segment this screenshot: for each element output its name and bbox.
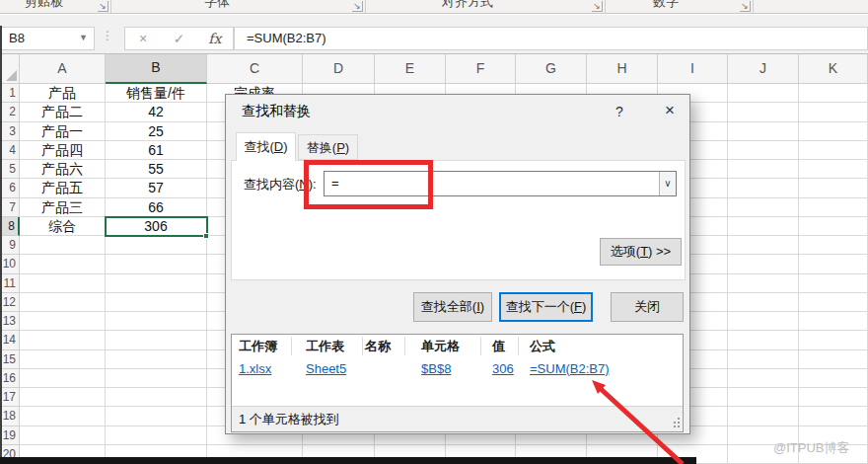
column-header-I[interactable]: I [658,54,728,84]
results-header-value[interactable]: 值 [492,338,505,355]
cell-A8[interactable]: 综合 [20,217,106,236]
cell-J14[interactable] [728,331,799,349]
cell-A1[interactable]: 产品 [20,84,106,103]
cell-J6[interactable] [728,179,799,197]
cell-A14[interactable] [20,331,106,349]
row-header-9[interactable]: 9 [0,236,20,255]
cell-B4[interactable]: 61 [106,141,207,160]
cell-K8[interactable] [799,217,868,236]
cell-K2[interactable] [799,103,868,121]
row-header-12[interactable]: 12 [0,293,20,312]
row-header-10[interactable]: 10 [0,255,20,273]
enter-icon[interactable]: ✓ [161,31,196,46]
cell-J16[interactable] [728,369,799,388]
select-all-button[interactable] [0,54,20,84]
row-header-15[interactable]: 15 [0,350,20,369]
column-header-C[interactable]: C [207,54,303,84]
cell-J4[interactable] [728,141,799,160]
row-header-19[interactable]: 19 [0,426,20,445]
insert-function-icon[interactable]: fx [197,31,233,46]
cell-A11[interactable] [20,274,106,293]
cell-K15[interactable] [799,350,868,369]
cell-B12[interactable] [106,293,207,312]
cell-K1[interactable] [799,84,868,103]
options-button[interactable]: 选项(T) >> [600,238,682,266]
cell-A4[interactable]: 产品四 [20,141,106,160]
column-header-B[interactable]: B [106,54,207,84]
cell-J2[interactable] [728,103,799,121]
cell-K10[interactable] [799,255,868,273]
cell-A15[interactable] [20,350,106,369]
result-link-sheet[interactable]: Sheet5 [306,361,346,376]
cell-B1[interactable]: 销售量/件 [106,84,207,103]
row-header-11[interactable]: 11 [0,274,20,293]
column-header-A[interactable]: A [20,54,106,84]
cell-B10[interactable] [106,255,207,273]
cell-A13[interactable] [20,312,106,331]
cell-B14[interactable] [106,331,207,349]
cell-K18[interactable] [799,407,868,425]
cell-J7[interactable] [728,198,799,217]
cell-J8[interactable] [728,217,799,236]
cell-A16[interactable] [20,369,106,388]
cell-K5[interactable] [799,160,868,179]
result-link-workbook[interactable]: 1.xlsx [239,361,271,376]
dialog-launcher-icon[interactable]: ↘ [352,1,363,12]
cell-J13[interactable] [728,312,799,331]
name-box-dropdown-icon[interactable]: ▼ [79,33,88,42]
cell-A19[interactable] [20,426,106,445]
cell-J17[interactable] [728,388,799,407]
dialog-launcher-icon[interactable]: ↘ [740,1,751,12]
cell-B11[interactable] [106,274,207,293]
cell-B17[interactable] [106,388,207,407]
cell-K17[interactable] [799,388,868,407]
result-link-formula[interactable]: =SUM(B2:B7) [530,361,610,376]
cell-J10[interactable] [728,255,799,273]
row-header-13[interactable]: 13 [0,312,20,331]
cell-A12[interactable] [20,293,106,312]
column-header-G[interactable]: G [516,54,587,84]
cell-K14[interactable] [799,331,868,349]
row-header-16[interactable]: 16 [0,369,20,388]
column-header-K[interactable]: K [799,54,868,84]
cell-K9[interactable] [799,236,868,255]
cell-B2[interactable]: 42 [106,103,207,121]
find-all-button[interactable]: 查找全部(I) [413,292,492,322]
cell-J18[interactable] [728,407,799,425]
cell-K13[interactable] [799,312,868,331]
cell-B3[interactable]: 25 [106,122,207,141]
results-header-sheet[interactable]: 工作表 [306,338,344,355]
row-header-3[interactable]: 3 [0,122,20,141]
cell-K3[interactable] [799,122,868,141]
cell-J1[interactable] [728,84,799,103]
cell-J9[interactable] [728,236,799,255]
row-header-7[interactable]: 7 [0,198,20,217]
cell-A5[interactable]: 产品六 [20,160,106,179]
cell-J11[interactable] [728,274,799,293]
row-header-4[interactable]: 4 [0,141,20,160]
cell-B13[interactable] [106,312,207,331]
row-header-6[interactable]: 6 [0,179,20,197]
chevron-down-icon[interactable]: ∨ [659,172,676,195]
cell-K7[interactable] [799,198,868,217]
help-button[interactable]: ? [606,101,633,122]
name-box[interactable]: B8 ▼ [0,27,95,50]
column-header-H[interactable]: H [587,54,658,84]
result-link-value[interactable]: 306 [492,361,514,376]
tab-find[interactable]: 查找(D) [236,132,296,161]
cell-B16[interactable] [106,369,207,388]
cell-B6[interactable]: 57 [106,179,207,197]
column-header-F[interactable]: F [446,54,516,84]
formula-bar[interactable]: =SUM(B2:B7) [234,27,868,50]
cell-A17[interactable] [20,388,106,407]
row-header-5[interactable]: 5 [0,160,20,179]
results-header-workbook[interactable]: 工作簿 [239,338,277,355]
cell-K12[interactable] [799,293,868,312]
tab-replace[interactable]: 替换(P) [298,134,358,160]
cell-K16[interactable] [799,369,868,388]
result-link-cell[interactable]: $B$8 [421,361,451,376]
row-header-8[interactable]: 8 [0,217,20,236]
fill-handle[interactable] [203,233,209,239]
cell-A2[interactable]: 产品二 [20,103,106,121]
resize-grip-icon[interactable] [671,418,681,427]
